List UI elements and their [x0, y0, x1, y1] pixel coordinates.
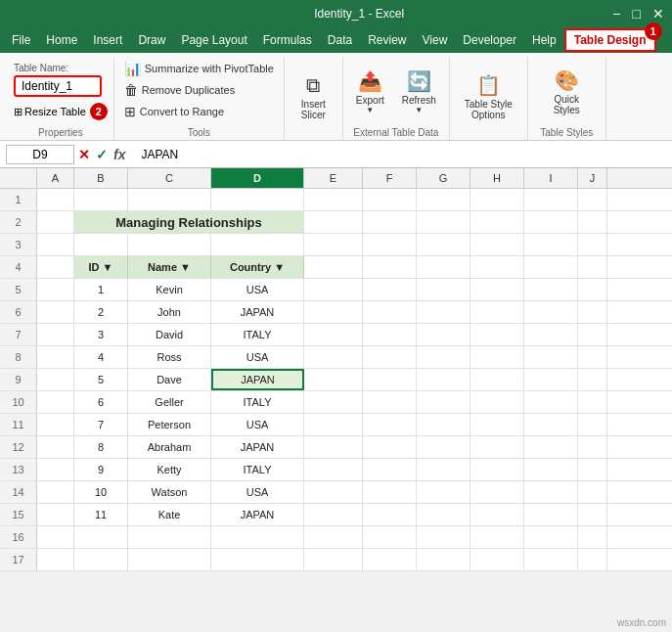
empty-cell-r17-c0[interactable] [37, 549, 74, 570]
header-cell-c9[interactable] [578, 256, 607, 278]
data-cell-r13-c4[interactable] [304, 459, 363, 480]
data-cell-r8-c7[interactable] [470, 346, 524, 368]
data-cell-r8-c6[interactable] [417, 346, 470, 368]
header-cell-c0[interactable] [37, 256, 74, 278]
data-cell-r6-c5[interactable] [363, 301, 417, 323]
data-cell-r7-c4[interactable] [304, 324, 363, 345]
empty-cell-r3-c9[interactable] [578, 234, 607, 255]
header-cell-c7[interactable] [470, 256, 524, 278]
empty-cell-r1-c4[interactable] [304, 189, 363, 210]
menu-formulas[interactable]: Formulas [255, 30, 320, 50]
data-cell-r12-c6[interactable] [417, 436, 470, 458]
data-cell-r13-c3[interactable]: ITALY [211, 459, 304, 480]
data-cell-r10-c1[interactable]: 6 [74, 391, 128, 413]
data-cell-r5-c3[interactable]: USA [211, 279, 304, 300]
empty-cell-r1-c8[interactable] [524, 189, 578, 210]
data-cell-r5-c0[interactable] [37, 279, 74, 300]
menu-data[interactable]: Data [320, 30, 360, 50]
empty-cell-r17-c5[interactable] [363, 549, 417, 570]
formula-cancel-icon[interactable]: ✕ [78, 147, 90, 162]
data-cell-r7-c5[interactable] [363, 324, 417, 345]
empty-cell-r16-c7[interactable] [470, 526, 524, 548]
empty-cell-r1-c1[interactable] [74, 189, 128, 210]
data-cell-r12-c0[interactable] [37, 436, 74, 458]
data-cell-r11-c2[interactable]: Peterson [128, 414, 211, 435]
empty-cell-r1-c6[interactable] [417, 189, 470, 210]
header-cell-c6[interactable] [417, 256, 470, 278]
data-cell-r9-c9[interactable] [578, 369, 607, 390]
data-cell-r15-c6[interactable] [417, 504, 470, 525]
data-cell-r9-c7[interactable] [470, 369, 524, 390]
data-cell-r7-c9[interactable] [578, 324, 607, 345]
data-cell-r11-c6[interactable] [417, 414, 470, 435]
empty-cell-r3-c6[interactable] [417, 234, 470, 255]
data-cell-r14-c0[interactable] [37, 481, 74, 503]
menu-insert[interactable]: Insert [85, 30, 130, 50]
empty-cell-r3-c4[interactable] [304, 234, 363, 255]
data-cell-r15-c1[interactable]: 11 [74, 504, 128, 525]
menu-page-layout[interactable]: Page Layout [173, 30, 254, 50]
data-cell-r9-c2[interactable]: Dave [128, 369, 211, 390]
close-icon[interactable]: ✕ [652, 6, 664, 22]
data-cell-r9-c5[interactable] [363, 369, 417, 390]
data-cell-r7-c3[interactable]: ITALY [211, 324, 304, 345]
header-cell-c2[interactable]: Name ▼ [128, 256, 211, 278]
data-cell-r9-c0[interactable] [37, 369, 74, 390]
data-cell-r6-c1[interactable]: 2 [74, 301, 128, 323]
data-cell-r15-c5[interactable] [363, 504, 417, 525]
empty-cell-r16-c2[interactable] [128, 526, 211, 548]
empty-cell-r17-c8[interactable] [524, 549, 578, 570]
empty-cell-r17-c4[interactable] [304, 549, 363, 570]
empty-cell-r16-c3[interactable] [211, 526, 304, 548]
data-cell-r15-c7[interactable] [470, 504, 524, 525]
data-cell-r6-c0[interactable] [37, 301, 74, 323]
empty-cell-r17-c6[interactable] [417, 549, 470, 570]
refresh-btn[interactable]: 🔄 Refresh ▼ [395, 65, 443, 119]
menu-help[interactable]: Help [524, 30, 564, 50]
data-cell-r13-c6[interactable] [417, 459, 470, 480]
data-cell-r11-c1[interactable]: 7 [74, 414, 128, 435]
data-cell-r8-c5[interactable] [363, 346, 417, 368]
data-cell-r14-c3[interactable]: USA [211, 481, 304, 503]
data-cell-r8-c2[interactable]: Ross [128, 346, 211, 368]
empty-cell-r17-c1[interactable] [74, 549, 128, 570]
data-cell-r13-c1[interactable]: 9 [74, 459, 128, 480]
table-style-options-btn[interactable]: 📋 Table Style Options [458, 68, 519, 125]
data-cell-r14-c5[interactable] [363, 481, 417, 503]
data-cell-r12-c9[interactable] [578, 436, 607, 458]
resize-table-btn[interactable]: ⊞ Resize Table 2 [14, 103, 108, 120]
cell-r2-c0[interactable] [37, 211, 74, 233]
data-cell-r13-c7[interactable] [470, 459, 524, 480]
data-cell-r8-c0[interactable] [37, 346, 74, 368]
minimize-icon[interactable]: − [612, 6, 620, 22]
data-cell-r5-c7[interactable] [470, 279, 524, 300]
data-cell-r6-c3[interactable]: JAPAN [211, 301, 304, 323]
data-cell-r15-c4[interactable] [304, 504, 363, 525]
data-cell-r12-c5[interactable] [363, 436, 417, 458]
empty-cell-r17-c9[interactable] [578, 549, 607, 570]
menu-home[interactable]: Home [38, 30, 85, 50]
data-cell-r13-c5[interactable] [363, 459, 417, 480]
data-cell-r15-c8[interactable] [524, 504, 578, 525]
data-cell-r9-c4[interactable] [304, 369, 363, 390]
empty-cell-r3-c3[interactable] [211, 234, 304, 255]
empty-cell-r3-c1[interactable] [74, 234, 128, 255]
empty-cell-r3-c2[interactable] [128, 234, 211, 255]
menu-draw[interactable]: Draw [130, 30, 173, 50]
data-cell-r7-c2[interactable]: David [128, 324, 211, 345]
data-cell-r13-c2[interactable]: Ketty [128, 459, 211, 480]
data-cell-r10-c7[interactable] [470, 391, 524, 413]
col-header-A[interactable]: A [37, 168, 74, 188]
empty-cell-r1-c7[interactable] [470, 189, 524, 210]
empty-cell-r1-c2[interactable] [128, 189, 211, 210]
data-cell-r11-c4[interactable] [304, 414, 363, 435]
col-header-C[interactable]: C [128, 168, 211, 188]
data-cell-r12-c3[interactable]: JAPAN [211, 436, 304, 458]
empty-cell-r17-c7[interactable] [470, 549, 524, 570]
data-cell-r10-c9[interactable] [578, 391, 607, 413]
data-cell-r10-c3[interactable]: ITALY [211, 391, 304, 413]
empty-cell-r17-c3[interactable] [211, 549, 304, 570]
col-header-F[interactable]: F [363, 168, 417, 188]
data-cell-r11-c8[interactable] [524, 414, 578, 435]
empty-cell-r16-c0[interactable] [37, 526, 74, 548]
